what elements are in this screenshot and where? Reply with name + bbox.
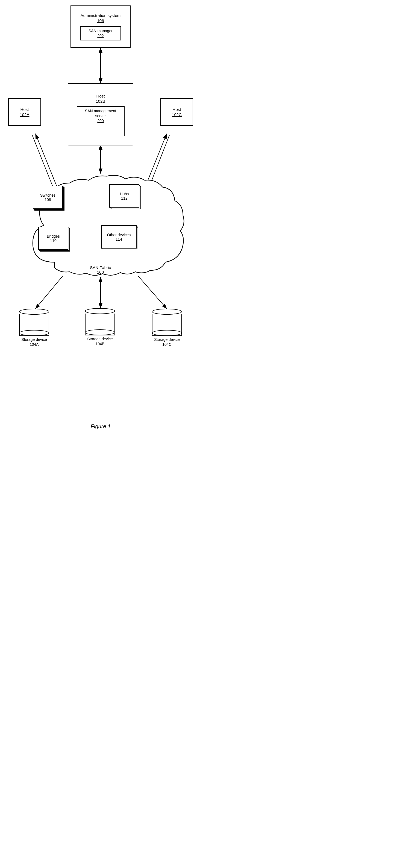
host-a-box: Host 102A <box>8 98 41 126</box>
other-devices-label: Other devices <box>107 233 131 237</box>
switches-id: 108 <box>44 197 51 202</box>
host-a-label: Host <box>21 107 29 112</box>
bridges-label: Bridges <box>47 234 60 239</box>
hubs-id: 112 <box>121 196 127 200</box>
san-mgmt-server-id: 200 <box>97 119 103 123</box>
storage-c-cylinder: Storage device 104C <box>152 309 182 347</box>
san-fabric-cloud: SAN Fabric 100 Switches 108 Hubs 112 <box>17 169 184 281</box>
storage-a-label: Storage device 104A <box>21 337 47 347</box>
storage-b-cylinder: Storage device 104B <box>85 308 115 346</box>
san-manager-id: 202 <box>97 34 103 38</box>
storage-a-cylinder: Storage device 104A <box>19 309 49 347</box>
san-manager-box: SAN manager 202 <box>80 26 121 40</box>
admin-system-id: 106 <box>97 18 104 24</box>
cyl-a-top <box>19 309 49 315</box>
diagram: Administration system 106 SAN manager 20… <box>0 0 202 418</box>
other-devices-id: 114 <box>116 237 122 242</box>
hubs-label: Hubs <box>120 192 129 196</box>
bridges-id: 110 <box>50 239 56 243</box>
cyl-b-bottom <box>85 330 115 335</box>
host-c-label: Host <box>173 107 181 112</box>
cyl-c-body <box>152 314 182 336</box>
san-manager-label: SAN manager <box>89 29 113 33</box>
storage-c-label: Storage device 104C <box>154 337 180 347</box>
host-a-id: 102A <box>20 112 29 118</box>
figure-label: Figure 1 <box>0 418 202 432</box>
san-fabric-label: SAN Fabric 100 <box>90 265 111 275</box>
cyl-a-bottom <box>19 330 49 336</box>
admin-system-box: Administration system 106 SAN manager 20… <box>70 5 131 48</box>
host-b-id: 102B <box>96 99 105 104</box>
cyl-c-top <box>152 309 182 315</box>
cyl-b-body <box>85 314 115 335</box>
host-c-id: 102C <box>172 112 182 118</box>
host-b-box: Host 102B SAN management server 200 <box>68 83 133 146</box>
san-mgmt-server-label: SAN management server <box>85 109 116 118</box>
admin-system-label: Administration system <box>81 13 121 18</box>
host-b-label: Host <box>96 93 105 99</box>
cyl-b-top <box>85 308 115 314</box>
host-c-box: Host 102C <box>160 98 193 126</box>
storage-b-label: Storage device 104B <box>87 337 113 346</box>
san-mgmt-server-box: SAN management server 200 <box>77 106 125 136</box>
cyl-c-bottom <box>152 330 182 336</box>
switches-label: Switches <box>40 193 56 197</box>
cyl-a-body <box>19 314 49 336</box>
